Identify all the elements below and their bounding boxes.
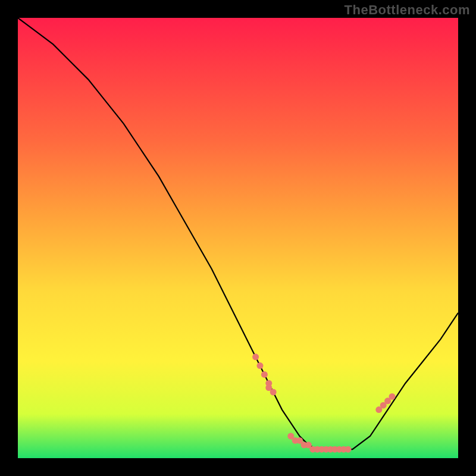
data-marker xyxy=(270,389,277,396)
data-marker xyxy=(345,446,352,453)
data-marker xyxy=(261,371,268,378)
marker-group xyxy=(252,353,395,452)
data-marker xyxy=(252,353,259,360)
plot-area xyxy=(18,18,458,458)
chart-svg xyxy=(18,18,458,458)
watermark-text: TheBottleneck.com xyxy=(345,2,470,18)
bottleneck-curve xyxy=(18,18,458,449)
data-marker xyxy=(257,362,264,369)
chart-frame: TheBottleneck.com xyxy=(0,0,476,476)
data-marker xyxy=(389,393,396,400)
